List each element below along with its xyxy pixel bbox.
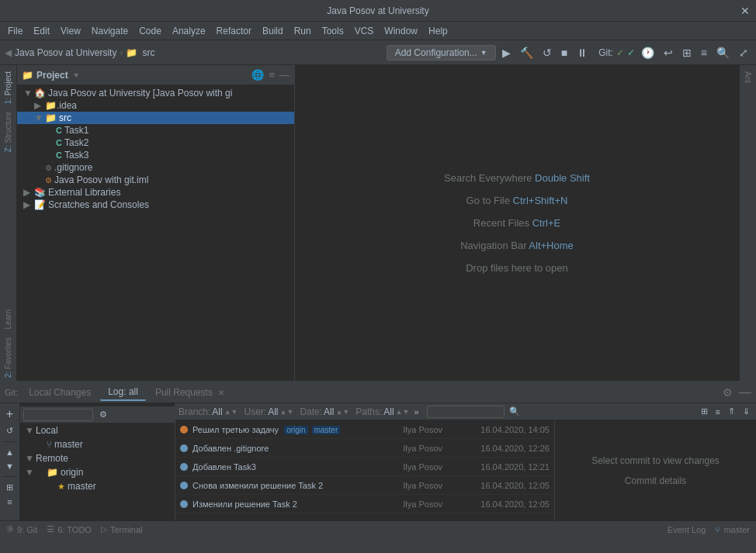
commit-row-5[interactable]: Изменили решение Task 2 Ilya Posov 16.04…: [175, 495, 554, 513]
menu-window[interactable]: Window: [380, 24, 422, 38]
menu-help[interactable]: Help: [424, 24, 453, 38]
menu-vcs[interactable]: VCS: [350, 24, 379, 38]
tree-item-task1-label: Task1: [64, 125, 88, 136]
git-squash-button[interactable]: ⊞: [5, 482, 15, 493]
tree-item-src[interactable]: ▼ 📁 src: [17, 112, 294, 124]
tab-favorites[interactable]: 2: Favorites: [2, 334, 14, 381]
menu-edit[interactable]: Edit: [29, 24, 54, 38]
commit-row-3[interactable]: Добавлен Task3 Ilya Posov 16.04.2020, 12…: [175, 458, 554, 476]
status-todo[interactable]: ☰ 6: TODO: [47, 524, 92, 534]
menu-analyze[interactable]: Analyze: [168, 24, 210, 38]
git-add-button[interactable]: +: [5, 406, 15, 422]
menu-refactor[interactable]: Refactor: [212, 24, 256, 38]
pause-button[interactable]: ⏸: [574, 45, 591, 60]
more-filters-button[interactable]: »: [411, 406, 421, 418]
menu-view[interactable]: View: [56, 24, 85, 38]
git-next-button[interactable]: ▼: [4, 461, 16, 472]
tab-project[interactable]: 1: Project: [2, 68, 14, 107]
panel-globe-icon[interactable]: 🌐: [251, 69, 264, 81]
panel-close-icon[interactable]: —: [279, 69, 290, 81]
run-button[interactable]: ▶: [499, 45, 514, 60]
user-filter-value[interactable]: All: [268, 406, 278, 417]
tree-item-idea-label: .idea: [57, 100, 77, 111]
collapse-commit-rows-button[interactable]: ≡: [713, 406, 723, 418]
menu-code[interactable]: Code: [134, 24, 166, 38]
menu-file[interactable]: File: [3, 24, 27, 38]
reload-button[interactable]: ↺: [539, 45, 555, 60]
panel-settings-icon[interactable]: ≡: [269, 69, 275, 81]
tab-log-all[interactable]: Log: all: [100, 384, 146, 401]
tree-item-gitignore[interactable]: ⚙ .gitignore: [17, 161, 294, 174]
breadcrumb-folder[interactable]: src: [142, 47, 154, 58]
branch-icon-status: ⑂: [715, 525, 720, 534]
project-view-button[interactable]: ≡: [698, 45, 710, 60]
status-git[interactable]: ⑨ 9: Git: [6, 524, 37, 534]
git-tree-local[interactable]: ▼ Local: [20, 423, 175, 437]
git-settings-icon[interactable]: ⚙: [96, 408, 110, 421]
menu-run[interactable]: Run: [290, 24, 316, 38]
bottom-panel-gear-icon[interactable]: ⚙: [723, 386, 733, 399]
git-layout-button[interactable]: ⊞: [679, 45, 695, 60]
ant-tab[interactable]: Ant: [742, 68, 754, 86]
panel-dropdown-icon[interactable]: ▼: [73, 71, 80, 79]
git-tree-origin[interactable]: ▼ 📁 origin: [20, 465, 175, 479]
tree-item-ext-libs[interactable]: ▶ 📚 External Libraries: [17, 186, 294, 199]
tab-pull-requests[interactable]: Pull Requests ✕: [147, 385, 232, 400]
tree-item-task2[interactable]: C Task2: [17, 137, 294, 149]
cherry-pick-button[interactable]: ⇑: [725, 405, 738, 418]
tree-item-scratches[interactable]: ▶ 📝 Scratches and Consoles: [17, 199, 294, 211]
tab-learn[interactable]: Learn: [2, 306, 14, 333]
tab-structure[interactable]: Z: Structure: [2, 109, 14, 155]
tree-item-idea[interactable]: ▶ 📁 .idea: [17, 99, 294, 112]
tab-local-changes[interactable]: Local Changes: [21, 385, 99, 400]
breadcrumb-project[interactable]: Java Posov at University: [15, 47, 116, 58]
menu-tools[interactable]: Tools: [317, 24, 349, 38]
git-rollback-button[interactable]: ↩: [661, 45, 676, 60]
bottom-panel-minimize-icon[interactable]: —: [739, 385, 751, 399]
git-tree-arrow-origin: ▼: [25, 467, 47, 478]
git-search-input[interactable]: [23, 409, 93, 421]
project-icon: 🏠: [34, 88, 46, 99]
tree-item-iml[interactable]: ⚙ Java Posov with git.iml: [17, 174, 294, 186]
tree-arrow-root: ▼: [23, 88, 34, 99]
tree-item-src-label: src: [59, 112, 71, 123]
build-button[interactable]: 🔨: [517, 45, 536, 60]
paths-filter-value[interactable]: All: [383, 406, 394, 417]
date-filter-value[interactable]: All: [324, 406, 334, 417]
git-collapse-all-button[interactable]: ≡: [5, 496, 13, 507]
create-patch-button[interactable]: ⇓: [740, 405, 753, 418]
status-branch[interactable]: ⑂ master: [715, 525, 750, 534]
add-configuration-button[interactable]: Add Configuration... ▼: [387, 45, 496, 60]
search-button[interactable]: 🔍: [713, 45, 733, 60]
git-log-search-button[interactable]: 🔍: [506, 405, 523, 418]
git-tree-master-remote[interactable]: ★ master: [20, 479, 175, 493]
commit-row-2[interactable]: Добавлен .gitignore Ilya Posov 16.04.202…: [175, 439, 554, 458]
nav-back-icon[interactable]: ◀: [5, 47, 12, 58]
commit-row-1[interactable]: Решил третью задачу origin master Ilya P…: [175, 420, 554, 439]
git-prev-button[interactable]: ▲: [4, 447, 16, 458]
git-history-button[interactable]: 🕐: [638, 45, 657, 60]
close-button[interactable]: ✕: [740, 5, 750, 17]
git-log-search-input[interactable]: [427, 406, 505, 418]
expand-commit-rows-button[interactable]: ⊞: [698, 405, 711, 418]
branch-filter-value[interactable]: All: [212, 406, 222, 417]
git-refresh-button[interactable]: ↺: [5, 425, 15, 437]
tree-item-task1[interactable]: C Task1: [17, 124, 294, 137]
status-right: Event Log ⑂ master: [668, 525, 750, 534]
git-tree-remote[interactable]: ▼ Remote: [20, 451, 175, 465]
git-tree-master-local[interactable]: ⑂ master: [20, 437, 175, 451]
commit-row-4[interactable]: Снова изменили решение Task 2 Ilya Posov…: [175, 476, 554, 495]
menu-build[interactable]: Build: [258, 24, 288, 38]
commit-date-5: 16.04.2020, 12:05: [449, 499, 550, 509]
commit-date-3: 16.04.2020, 12:21: [449, 462, 550, 472]
pull-requests-close-icon[interactable]: ✕: [218, 389, 224, 397]
expand-button[interactable]: ⤢: [736, 45, 751, 60]
tree-item-task3[interactable]: C Task3: [17, 149, 294, 161]
status-event-log[interactable]: Event Log: [668, 525, 706, 534]
status-terminal[interactable]: ▷ Terminal: [101, 524, 143, 534]
stop-button[interactable]: ■: [558, 45, 570, 60]
commit-details-content: Select commit to view changes Commit det…: [591, 455, 720, 486]
tree-item-root[interactable]: ▼ 🏠 Java Posov at University [Java Posov…: [17, 87, 294, 99]
right-strip: Ant: [739, 65, 756, 381]
menu-navigate[interactable]: Navigate: [87, 24, 133, 38]
